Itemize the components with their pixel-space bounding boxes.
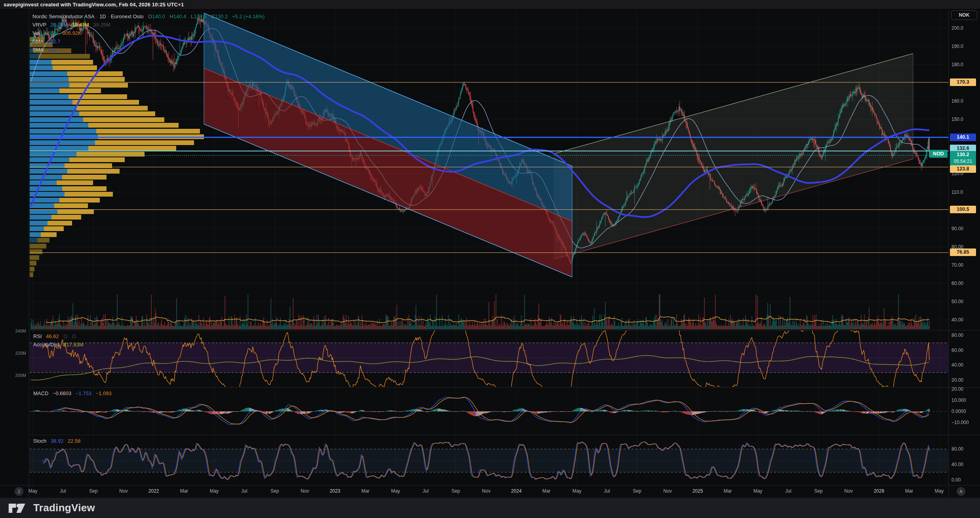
macd-row[interactable]: MACD −0.6603 −1.753 −1.093 [33, 390, 112, 397]
sma-slow-value: 140.1 [45, 47, 61, 53]
price-tick-label: 0.00 [951, 477, 961, 483]
ohlc-high-label: H [166, 13, 173, 19]
price-tick-label: 40.00 [951, 317, 963, 323]
volume-value: 1.55M [41, 30, 58, 36]
time-tick-label: Nov [482, 488, 490, 494]
time-tick-label: 2024 [511, 488, 522, 494]
price-tick-label: 0.0000 [951, 409, 966, 414]
vrvp-value-3: 39.25M [91, 22, 110, 28]
price-tick-label: 70.00 [951, 262, 963, 268]
left-scale-tick-label: 220M [0, 351, 26, 356]
price-axis-badge: 130.205:54:21 [950, 151, 976, 165]
time-tick-label: May [573, 488, 582, 494]
time-tick-label: Nov [119, 488, 127, 494]
macd-legend: MACD −0.6603 −1.753 −1.093 [33, 390, 112, 398]
time-tick-label: Nov [663, 488, 672, 494]
change-value: +5.2 (+4.16%) [229, 13, 265, 19]
volume-label: Vol [32, 30, 40, 36]
accdist-value: 217.83M [61, 342, 84, 348]
ohlc-high-value: 140.4 [173, 13, 186, 19]
stoch-k-value: 38.92 [48, 438, 64, 444]
ohlc-low-label: L [188, 13, 194, 19]
ohlc-close-value: 130.2 [215, 13, 228, 19]
price-tick-label: 160.0 [951, 98, 963, 104]
time-tick-label: Jul [422, 488, 428, 494]
vrvp-row[interactable]: VRVP 20.78M 18.47M 39.25M [32, 21, 265, 28]
price-tick-label: 190.0 [951, 44, 963, 49]
price-tick-label: 40.00 [951, 462, 963, 467]
stoch-row[interactable]: Stoch 38.92 22.58 [33, 438, 81, 444]
time-tick-label: Sep [451, 488, 460, 494]
time-tick-label: May [391, 488, 400, 494]
sma-fast-row[interactable]: SMA 132.7 [32, 38, 265, 45]
vrvp-value-1: 20.78M [48, 22, 68, 28]
sma-fast-value: 132.7 [45, 38, 61, 44]
volume-row[interactable]: Vol 1.55M 905.92K [32, 30, 265, 36]
time-tick-label: Sep [270, 488, 279, 494]
sma-slow-row[interactable]: SMA 140.1 [32, 46, 265, 53]
ohlc-open-label: O [145, 13, 152, 19]
price-tick-label: 200.0 [951, 25, 963, 31]
tradingview-brand-text[interactable]: TradingView [33, 502, 95, 514]
timezone-button[interactable]: Z [15, 487, 23, 496]
time-tick-label: Mar [180, 488, 188, 494]
ohlc-low-value: 129.5 [194, 13, 207, 19]
price-axis-badge: 123.8 [950, 165, 976, 173]
currency-toggle-button[interactable]: NOK [951, 10, 977, 20]
footer-bar: TradingView [0, 498, 980, 518]
symbol-timeframe[interactable]: 1D [99, 13, 106, 19]
autoscale-button[interactable]: A [957, 487, 965, 496]
price-tick-label: 20.00 [951, 386, 963, 392]
stoch-legend: Stoch 38.92 22.58 [33, 438, 81, 446]
price-tick-label: 60.00 [951, 348, 963, 353]
accdist-row[interactable]: Accum/Dist 217.83M [33, 341, 84, 348]
price-axis-badge: 170.3 [950, 78, 976, 86]
rsi-row[interactable]: RSI 46.62 ∅ ∅ [33, 333, 84, 340]
price-axis-badge: 140.1 [950, 134, 976, 141]
time-tick-label: May [29, 488, 38, 494]
time-tick-label: Jul [604, 488, 610, 494]
sma-slow-label: SMA [32, 47, 43, 53]
time-tick-label: Nov [844, 488, 853, 494]
macd-line-value: −1.753 [73, 390, 91, 396]
price-tick-label: 50.00 [951, 299, 963, 304]
time-tick-label: Jul [60, 488, 66, 494]
ohlc-close-label: C [208, 13, 215, 19]
time-tick-label: May [935, 488, 944, 494]
bar-countdown: 05:54:21 [950, 159, 976, 164]
price-tick-label: 150.0 [951, 117, 963, 122]
main-legend: Nordic Semiconductor ASA·1D·Euronext Osl… [32, 13, 265, 55]
time-tick-label: May [754, 488, 763, 494]
time-tick-label: 2023 [330, 488, 341, 494]
symbol-name[interactable]: Nordic Semiconductor ASA [32, 13, 95, 19]
stoch-label: Stoch [33, 438, 46, 444]
time-tick-label: Nov [301, 488, 309, 494]
snapshot-header-text: savepiginvest created with TradingView.c… [4, 2, 184, 8]
price-tick-label: 80.00 [951, 333, 963, 338]
price-tick-label: 20.00 [951, 377, 963, 383]
rsi-label: RSI [33, 333, 42, 339]
time-tick-label: Mar [905, 488, 913, 494]
price-tick-label: 60.00 [951, 281, 963, 286]
left-scale-tick-label: 200M [0, 373, 26, 378]
price-tick-label: 110.0 [951, 189, 963, 195]
macd-hist-value: −0.6603 [50, 390, 71, 396]
time-tick-label: 2026 [874, 488, 885, 494]
symbol-exchange: Euronext Oslo [111, 13, 143, 19]
sma-fast-label: SMA [32, 38, 43, 44]
time-tick-label: Jul [785, 488, 791, 494]
price-tick-label: −10.000 [951, 420, 969, 425]
tradingview-chart-page: savepiginvest created with TradingView.c… [0, 0, 980, 518]
rsi-placeholder-1: ∅ [60, 333, 67, 339]
symbol-row[interactable]: Nordic Semiconductor ASA·1D·Euronext Osl… [32, 13, 265, 20]
price-axis-badge: 76.85 [950, 248, 976, 256]
rsi-placeholder-2: ∅ [69, 333, 76, 339]
tradingview-logo-icon[interactable] [8, 501, 29, 515]
time-tick-label: 2022 [148, 488, 159, 494]
left-scale-tick-label: 240M [0, 329, 26, 333]
rsi-value: 46.62 [43, 333, 59, 339]
rsi-legend: RSI 46.62 ∅ ∅ Accum/Dist 217.83M [33, 333, 84, 350]
main-chart-canvas[interactable] [0, 0, 980, 518]
snapshot-header: savepiginvest created with TradingView.c… [0, 0, 980, 10]
time-tick-label: Mar [542, 488, 551, 494]
